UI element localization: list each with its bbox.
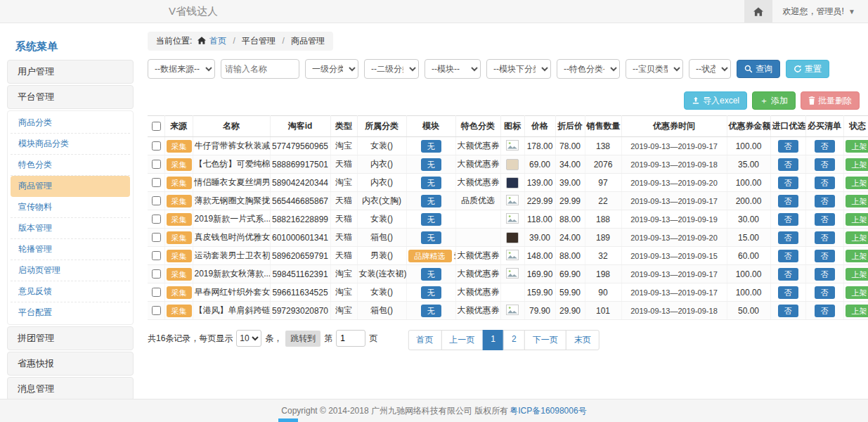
- must-buy-toggle[interactable]: 否: [815, 177, 835, 189]
- sidebar-item-2[interactable]: 平台管理: [7, 85, 134, 109]
- import-select-toggle[interactable]: 否: [778, 305, 798, 317]
- status-toggle[interactable]: 上架: [846, 158, 868, 171]
- row-checkbox[interactable]: [152, 196, 161, 205]
- import-select-toggle[interactable]: 否: [778, 158, 798, 171]
- sidebar-subitem[interactable]: 启动页管理: [11, 260, 130, 281]
- breadcrumb-home-link[interactable]: 首页: [209, 36, 226, 46]
- taoke-id: 588869917501: [270, 155, 330, 174]
- module-badge[interactable]: 品牌精选: [408, 250, 452, 262]
- import-select-toggle[interactable]: 否: [778, 177, 798, 189]
- must-buy-toggle[interactable]: 否: [815, 286, 835, 299]
- row-checkbox[interactable]: [152, 160, 161, 169]
- must-buy-toggle[interactable]: 否: [815, 140, 835, 153]
- page-button[interactable]: 上一页: [441, 330, 483, 350]
- status-toggle[interactable]: 上架: [846, 195, 868, 207]
- sidebar-subitem[interactable]: 模块商品分类: [11, 134, 130, 155]
- page-button[interactable]: 下一页: [524, 330, 566, 350]
- status-toggle[interactable]: 上架: [846, 305, 868, 317]
- user-menu[interactable]: 欢迎您，管理员! ▼: [772, 6, 868, 18]
- row-checkbox[interactable]: [152, 233, 161, 242]
- sidebar-subitem[interactable]: 特色分类: [11, 155, 130, 176]
- row-checkbox[interactable]: [152, 251, 161, 260]
- import-select-toggle[interactable]: 否: [778, 250, 798, 262]
- icon-cell: [500, 137, 524, 155]
- row-select-cell: [148, 174, 164, 192]
- module-badge[interactable]: 无: [421, 286, 441, 299]
- sidebar-subitem[interactable]: 轮播管理: [11, 239, 130, 260]
- sidebar-subitem[interactable]: 商品管理: [11, 176, 130, 197]
- column-header: 必买清单: [805, 116, 843, 137]
- sidebar-item-4[interactable]: 省惠快报: [7, 352, 134, 376]
- module-select[interactable]: --模块--: [425, 59, 481, 79]
- reset-button[interactable]: 重置: [786, 60, 829, 78]
- row-checkbox[interactable]: [152, 269, 161, 279]
- item-type-select[interactable]: --宝贝类型--: [626, 59, 683, 79]
- level1-category-select[interactable]: 一级分类: [305, 59, 358, 79]
- must-buy-toggle[interactable]: 否: [815, 158, 835, 171]
- row-checkbox[interactable]: [152, 288, 161, 297]
- status-toggle[interactable]: 上架: [846, 140, 868, 153]
- module-badge[interactable]: 无: [421, 177, 441, 189]
- status-toggle[interactable]: 上架: [846, 213, 868, 226]
- feature-category-select[interactable]: --特色分类--: [557, 59, 620, 79]
- import-select-toggle[interactable]: 否: [778, 268, 798, 281]
- level2-category-select[interactable]: --二级分类--: [364, 59, 419, 79]
- icp-link[interactable]: 粤ICP备16098006号: [510, 405, 586, 417]
- must-buy-toggle[interactable]: 否: [815, 231, 835, 244]
- sidebar-item-1[interactable]: 用户管理: [7, 60, 134, 84]
- price: 169.90: [524, 265, 555, 283]
- row-checkbox[interactable]: [152, 178, 161, 187]
- source-cell: 采集: [164, 174, 193, 192]
- import-excel-button[interactable]: 导入excel: [684, 91, 747, 110]
- module-badge[interactable]: 无: [421, 305, 441, 317]
- must-buy-toggle[interactable]: 否: [815, 195, 835, 207]
- module-badge[interactable]: 无: [421, 268, 441, 281]
- table-row: 采集2019新款女秋薄款...598451162391淘宝女装(连衣裙)无大额优…: [148, 265, 868, 283]
- status-toggle[interactable]: 上架: [846, 177, 868, 189]
- sidebar-subitem[interactable]: 商品分类: [11, 113, 130, 134]
- add-button[interactable]: ＋ 添加: [752, 91, 796, 110]
- page-button[interactable]: 2: [503, 330, 525, 350]
- module-badge[interactable]: 无: [421, 195, 441, 207]
- data-source-select[interactable]: --数据来源--: [148, 59, 215, 79]
- jump-page-input[interactable]: [336, 330, 365, 347]
- must-buy-toggle[interactable]: 否: [815, 268, 835, 281]
- import-select-toggle[interactable]: 否: [778, 231, 798, 244]
- module-subcategory-select[interactable]: --模块下分类--: [486, 59, 551, 79]
- sidebar-subitem[interactable]: 宣传物料: [11, 197, 130, 218]
- sidebar-item-3[interactable]: 拼团管理: [7, 326, 134, 350]
- import-select-toggle[interactable]: 否: [778, 286, 798, 299]
- status-toggle[interactable]: 上架: [846, 268, 868, 281]
- import-select-toggle[interactable]: 否: [778, 140, 798, 153]
- status-toggle[interactable]: 上架: [846, 231, 868, 244]
- status-toggle[interactable]: 上架: [846, 250, 868, 262]
- jump-button[interactable]: 跳转到: [285, 331, 320, 347]
- row-checkbox[interactable]: [152, 141, 161, 151]
- must-buy-toggle[interactable]: 否: [815, 305, 835, 317]
- per-page-select[interactable]: 10: [236, 330, 261, 347]
- must-buy-toggle[interactable]: 否: [815, 213, 835, 226]
- row-checkbox[interactable]: [152, 215, 161, 224]
- status-select[interactable]: --状态--: [689, 59, 731, 79]
- sidebar-subitem[interactable]: 版本管理: [11, 218, 130, 239]
- must-buy-toggle[interactable]: 否: [815, 250, 835, 262]
- search-button[interactable]: 查询: [737, 60, 780, 78]
- sidebar-subitem[interactable]: 平台配置: [11, 302, 130, 323]
- name-search-input[interactable]: [221, 59, 299, 79]
- module-badge[interactable]: 无: [421, 213, 441, 226]
- page-button[interactable]: 首页: [408, 330, 441, 350]
- batch-delete-button[interactable]: 批量删除: [801, 91, 860, 110]
- module-badge[interactable]: 无: [421, 140, 441, 153]
- import-select-toggle[interactable]: 否: [778, 213, 798, 226]
- module-badge[interactable]: 无: [421, 231, 441, 244]
- page-button[interactable]: 末页: [566, 330, 600, 350]
- select-all-checkbox[interactable]: [152, 122, 161, 131]
- module-badge[interactable]: 无: [421, 158, 441, 171]
- page-button[interactable]: 1: [482, 330, 504, 350]
- sidebar-item-5[interactable]: 消息管理: [7, 377, 134, 401]
- row-checkbox[interactable]: [152, 306, 161, 315]
- home-nav-button[interactable]: [744, 0, 772, 23]
- status-toggle[interactable]: 上架: [846, 286, 868, 299]
- sidebar-subitem[interactable]: 意见反馈: [11, 281, 130, 302]
- import-select-toggle[interactable]: 否: [778, 195, 798, 207]
